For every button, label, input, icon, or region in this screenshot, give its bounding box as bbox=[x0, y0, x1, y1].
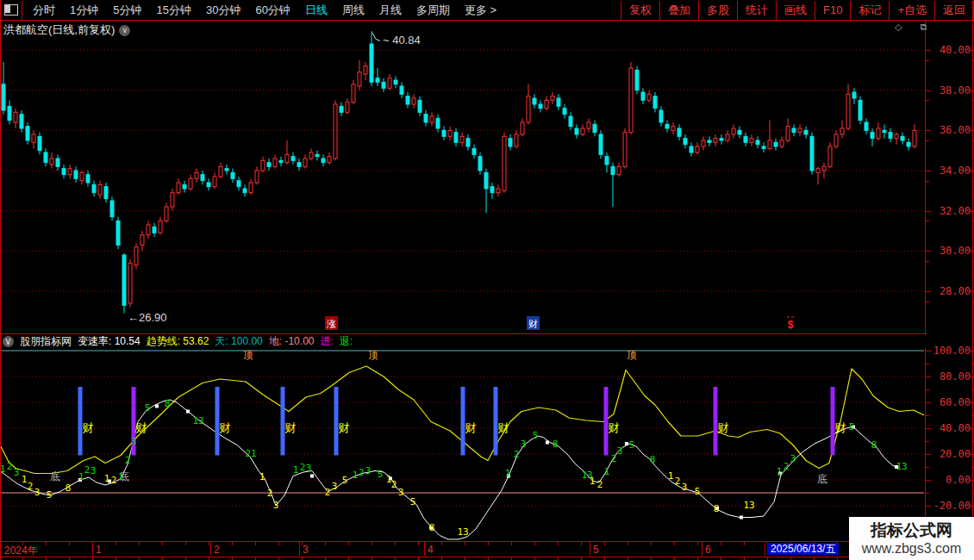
candle-body bbox=[309, 152, 313, 159]
candle-body bbox=[798, 128, 802, 133]
axis-tick bbox=[926, 291, 931, 292]
candle-body bbox=[834, 134, 838, 146]
period-tab[interactable]: 月线 bbox=[379, 3, 402, 18]
candle-body bbox=[726, 134, 729, 140]
candle-body bbox=[901, 136, 904, 140]
candle-body bbox=[436, 118, 440, 128]
candle-body bbox=[684, 139, 687, 145]
period-tab[interactable]: 日线 bbox=[305, 3, 328, 18]
axis-tick bbox=[926, 221, 929, 221]
chevron-down-icon[interactable]: ∨ bbox=[119, 25, 130, 36]
candle-body bbox=[744, 136, 747, 142]
candle-body bbox=[80, 172, 84, 180]
toolbar-button[interactable]: 叠加 bbox=[659, 1, 698, 20]
chart-mini-icons[interactable]: ◇ ⧉ bbox=[895, 22, 934, 33]
candle-body bbox=[183, 184, 186, 189]
period-tab[interactable]: 周线 bbox=[342, 3, 365, 18]
candle-body bbox=[261, 160, 265, 171]
axis-tick bbox=[926, 480, 931, 481]
axis-tick bbox=[926, 302, 929, 302]
month-separator bbox=[702, 542, 702, 556]
candle-body bbox=[315, 154, 319, 156]
candle-body bbox=[840, 128, 844, 134]
candle-body bbox=[587, 122, 590, 128]
candle-body bbox=[865, 122, 868, 130]
candle-body bbox=[213, 177, 216, 187]
candle-body bbox=[484, 172, 488, 189]
candle-body bbox=[382, 82, 385, 88]
candle-body bbox=[171, 193, 174, 207]
candle-body bbox=[26, 127, 29, 140]
candle-body bbox=[774, 142, 777, 146]
candle-body bbox=[297, 163, 301, 167]
candle-body bbox=[883, 130, 886, 132]
speed-marker bbox=[310, 475, 314, 478]
candle-body bbox=[852, 92, 856, 98]
chevron-down-icon[interactable]: ∨ bbox=[3, 336, 14, 347]
fib-count-label: 3 bbox=[131, 436, 137, 447]
month-separator bbox=[765, 542, 765, 556]
fib-count-label: 3 bbox=[34, 487, 41, 498]
period-tab[interactable]: 1分钟 bbox=[70, 3, 98, 18]
fib-count-label: 5 bbox=[47, 489, 53, 501]
candle-body bbox=[647, 94, 651, 100]
cai-label: 财 bbox=[609, 421, 620, 434]
month-label: 5 bbox=[593, 544, 599, 556]
right-axis: 40.0038.0036.0034.0032.0030.0028.00100.0… bbox=[925, 21, 974, 557]
candle-body bbox=[714, 139, 717, 143]
layout-icon-cell[interactable] bbox=[0, 1, 22, 20]
axis-label: -20.00 bbox=[933, 500, 971, 512]
toolbar-button[interactable]: 统计 bbox=[737, 1, 776, 20]
candle-body bbox=[219, 166, 222, 177]
watermark-title: 指标公式网 bbox=[871, 521, 952, 540]
candle-body bbox=[201, 175, 204, 181]
toolbar-button[interactable]: 复权 bbox=[621, 1, 659, 20]
candle-body bbox=[412, 98, 415, 104]
indicator-site-label: 股朋指标网 bbox=[20, 334, 72, 349]
candle-body bbox=[56, 159, 59, 166]
toolbar-button[interactable]: F10 bbox=[815, 1, 850, 20]
candle-body bbox=[460, 136, 464, 142]
toolbar-button[interactable]: 返回 bbox=[934, 1, 974, 20]
indicator-field: 退: bbox=[340, 334, 353, 349]
period-tab[interactable]: 15分钟 bbox=[156, 3, 190, 18]
axis-label: 30.00 bbox=[940, 245, 971, 257]
candle-body bbox=[291, 157, 295, 161]
cai-label: 财 bbox=[83, 421, 94, 434]
fib-count-label: 2 bbox=[675, 476, 681, 487]
toolbar-button[interactable]: +自选 bbox=[889, 1, 934, 20]
axis-tick bbox=[926, 402, 931, 403]
period-tab[interactable]: 分时 bbox=[33, 3, 55, 18]
axis-tick bbox=[926, 130, 931, 131]
fib-count-label: 2 bbox=[359, 467, 365, 478]
candlestick-and-indicator-canvas[interactable]: ~ 40.84←26.90涨财$财财财财财财财财财财顶顶顶底底底12312358… bbox=[0, 0, 974, 560]
fib-count-label: 5 bbox=[695, 486, 701, 497]
period-tab[interactable]: 5分钟 bbox=[113, 3, 141, 18]
fib-count-label: 1 bbox=[22, 474, 28, 485]
fib-count-label: 5 bbox=[849, 421, 855, 432]
fib-count-label: 13 bbox=[457, 526, 468, 538]
candle-body bbox=[62, 169, 66, 175]
period-tab[interactable]: 60分钟 bbox=[255, 3, 290, 18]
toolbar-button[interactable]: 多股 bbox=[698, 1, 737, 20]
toolbar-button[interactable]: 画线 bbox=[776, 1, 815, 20]
indicator-field: 进: bbox=[320, 334, 333, 349]
fib-count-label: 8 bbox=[553, 439, 559, 450]
watermark: 指标公式网 www.zbgs3.com bbox=[849, 517, 974, 560]
toolbar-actions: 复权叠加多股统计画线F10标记+自选返回 bbox=[621, 1, 974, 20]
axis-tick bbox=[926, 454, 931, 455]
candle-body bbox=[231, 172, 234, 178]
candle-body bbox=[780, 140, 784, 146]
top-label: 顶 bbox=[626, 349, 637, 361]
low-annotation: ←26.90 bbox=[128, 311, 167, 324]
toolbar-button[interactable]: 标记 bbox=[850, 1, 889, 20]
candle-body bbox=[720, 139, 723, 140]
month-label: 4 bbox=[428, 544, 434, 556]
speed-marker bbox=[546, 441, 549, 445]
candle-body bbox=[32, 134, 35, 142]
month-separator bbox=[92, 542, 93, 556]
period-tab[interactable]: 30分钟 bbox=[206, 3, 240, 18]
period-tab[interactable]: 多周期 bbox=[416, 3, 450, 18]
period-tab[interactable]: 更多 > bbox=[465, 3, 496, 18]
axis-tick bbox=[926, 441, 929, 442]
